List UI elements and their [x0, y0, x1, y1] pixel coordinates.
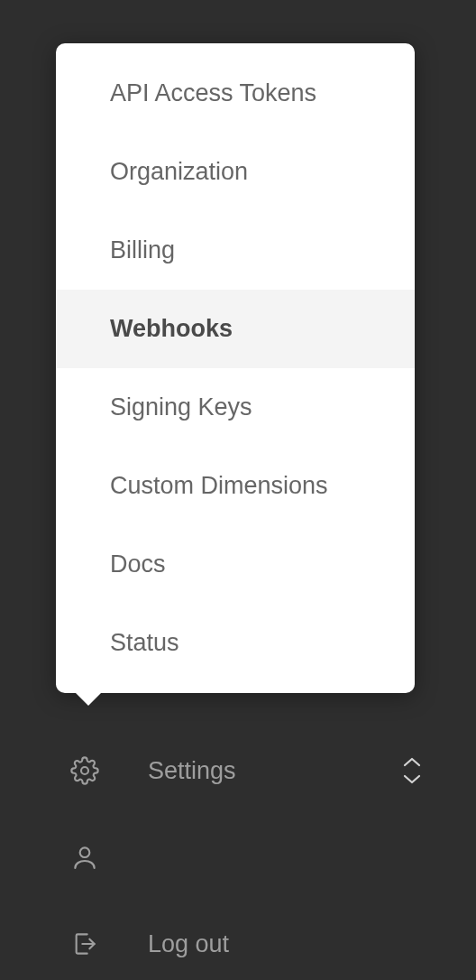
user-icon	[69, 843, 101, 872]
menu-item-label: Custom Dimensions	[110, 472, 328, 499]
svg-point-0	[81, 767, 88, 774]
nav-logout[interactable]: Log out	[0, 929, 476, 958]
menu-item-billing[interactable]: Billing	[56, 211, 415, 290]
gear-icon	[69, 756, 101, 785]
menu-item-custom-dimensions[interactable]: Custom Dimensions	[56, 447, 415, 525]
settings-popover: API Access Tokens Organization Billing W…	[56, 43, 415, 693]
menu-item-label: Organization	[110, 158, 248, 185]
menu-item-organization[interactable]: Organization	[56, 133, 415, 211]
menu-item-label: Status	[110, 629, 179, 656]
menu-item-label: Docs	[110, 550, 166, 578]
nav-settings-label: Settings	[148, 757, 476, 785]
svg-point-1	[80, 847, 90, 857]
nav-settings[interactable]: Settings	[0, 756, 476, 785]
menu-item-label: Webhooks	[110, 315, 233, 342]
nav-logout-label: Log out	[148, 930, 476, 958]
menu-item-signing-keys[interactable]: Signing Keys	[56, 368, 415, 447]
logout-icon	[69, 929, 101, 958]
sort-chevrons-icon	[402, 757, 422, 784]
menu-item-label: API Access Tokens	[110, 79, 316, 106]
menu-item-label: Billing	[110, 236, 175, 263]
menu-item-webhooks[interactable]: Webhooks	[56, 290, 415, 368]
nav-account[interactable]	[0, 843, 476, 872]
menu-item-api-access-tokens[interactable]: API Access Tokens	[56, 43, 415, 133]
menu-item-label: Signing Keys	[110, 393, 252, 421]
menu-item-status[interactable]: Status	[56, 604, 415, 693]
menu-item-docs[interactable]: Docs	[56, 525, 415, 604]
